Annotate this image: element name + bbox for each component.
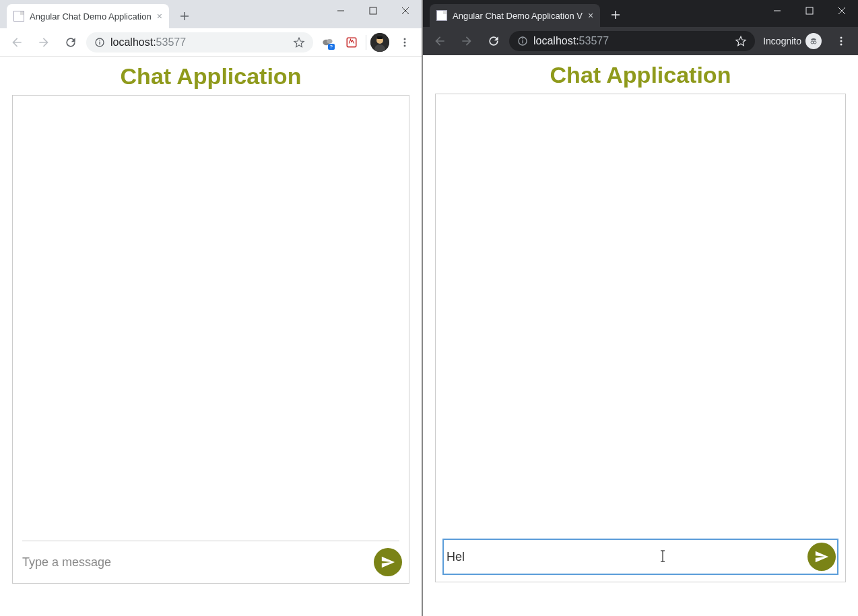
light-browser-window: Angular Chat Demo Application × localhos…	[0, 0, 423, 616]
message-input[interactable]	[22, 555, 367, 570]
separator	[366, 35, 366, 50]
browser-tab[interactable]: Angular Chat Demo Application ×	[7, 4, 169, 28]
send-button[interactable]	[807, 543, 836, 571]
star-icon[interactable]	[735, 35, 747, 47]
menu-button[interactable]	[393, 31, 416, 54]
favicon-icon	[13, 11, 24, 22]
tab-strip: Angular Chat Demo Application ×	[0, 0, 422, 28]
svg-point-27	[522, 38, 523, 40]
menu-button[interactable]	[830, 30, 853, 53]
incognito-indicator[interactable]: Incognito	[759, 33, 826, 49]
window-minimize-button[interactable]	[325, 0, 357, 22]
page-content: Chat Application	[0, 57, 422, 616]
svg-rect-20	[806, 7, 813, 14]
message-input[interactable]	[447, 550, 801, 564]
svg-point-16	[404, 38, 406, 40]
message-input-row	[13, 541, 409, 583]
window-controls	[325, 0, 422, 22]
forward-button[interactable]	[32, 31, 55, 54]
tab-title: Angular Chat Demo Application V	[453, 11, 583, 21]
tab-title: Angular Chat Demo Application	[30, 11, 152, 22]
messages-area	[436, 94, 845, 532]
app-title: Chat Application	[0, 57, 422, 95]
svg-point-10	[327, 39, 332, 44]
star-icon[interactable]	[293, 36, 305, 48]
profile-avatar[interactable]	[370, 33, 389, 52]
reload-button[interactable]	[482, 30, 505, 53]
chat-container	[435, 94, 846, 582]
svg-rect-1	[370, 7, 376, 14]
svg-point-8	[99, 39, 100, 40]
browser-toolbar: localhost:53577 ?	[0, 28, 422, 57]
incognito-label: Incognito	[763, 36, 801, 46]
svg-rect-26	[522, 40, 523, 44]
message-input-row	[442, 539, 838, 575]
window-controls	[761, 0, 858, 22]
window-close-button[interactable]	[389, 0, 422, 22]
send-button[interactable]	[374, 548, 402, 576]
svg-point-31	[840, 37, 843, 39]
chat-container	[12, 95, 409, 584]
back-button[interactable]	[5, 31, 28, 54]
svg-point-29	[814, 41, 816, 44]
svg-rect-14	[377, 36, 383, 39]
url-host: localhost:53577	[533, 35, 609, 47]
reload-button[interactable]	[59, 31, 82, 54]
tab-close-icon[interactable]: ×	[157, 11, 162, 22]
window-close-button[interactable]	[826, 0, 858, 22]
back-button[interactable]	[428, 30, 451, 53]
browser-tab[interactable]: Angular Chat Demo Application V ×	[430, 4, 600, 27]
svg-rect-7	[99, 41, 100, 44]
new-tab-button[interactable]	[174, 6, 195, 26]
paper-plane-icon	[814, 549, 829, 564]
svg-point-32	[840, 40, 843, 42]
svg-point-17	[404, 41, 406, 43]
svg-point-18	[404, 44, 406, 46]
favicon-icon	[436, 10, 447, 21]
tab-strip: Angular Chat Demo Application V ×	[423, 0, 858, 27]
address-bar[interactable]: localhost:53577	[509, 31, 755, 51]
incognito-browser-window: Angular Chat Demo Application V × localh…	[423, 0, 858, 616]
info-icon	[517, 36, 528, 46]
app-title: Chat Application	[423, 55, 858, 94]
url-host: localhost:53577	[110, 36, 186, 48]
tab-close-icon[interactable]: ×	[588, 10, 593, 21]
window-maximize-button[interactable]	[357, 0, 389, 22]
extension-icon[interactable]	[341, 32, 362, 53]
notification-extension[interactable]: ?	[317, 32, 337, 53]
notification-badge: ?	[328, 44, 335, 50]
new-tab-button[interactable]	[605, 5, 626, 25]
svg-point-33	[840, 44, 843, 46]
browser-toolbar: localhost:53577 Incognito	[423, 27, 858, 55]
incognito-icon	[805, 33, 822, 49]
svg-point-28	[811, 41, 814, 44]
paper-plane-icon	[381, 555, 395, 570]
page-content: Chat Application	[423, 55, 858, 616]
address-bar[interactable]: localhost:53577	[86, 32, 313, 53]
window-minimize-button[interactable]	[761, 0, 793, 22]
forward-button[interactable]	[455, 30, 478, 53]
info-icon	[94, 37, 105, 48]
messages-area	[13, 96, 409, 541]
window-maximize-button[interactable]	[793, 0, 826, 22]
